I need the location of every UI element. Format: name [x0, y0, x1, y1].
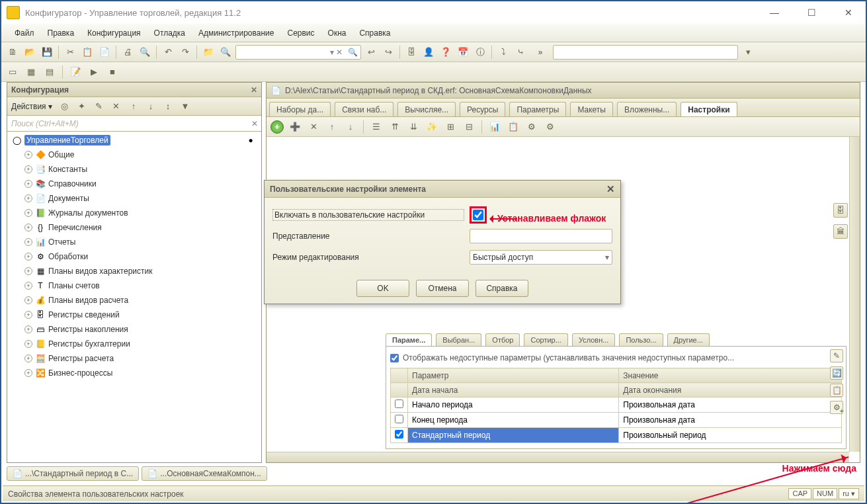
doc-tab[interactable]: Вложенны...	[617, 102, 677, 116]
doc-tab[interactable]: Параметры	[509, 102, 566, 116]
expand-icon[interactable]: +	[24, 180, 32, 188]
menu-edit[interactable]: Правка	[42, 27, 80, 39]
stop-icon[interactable]: ■	[105, 65, 120, 79]
remove-icon[interactable]: ✕	[306, 120, 321, 134]
tree-node[interactable]: +📚Справочники	[7, 177, 261, 191]
tree-node[interactable]: +📒Регистры бухгалтерии	[7, 337, 261, 351]
delete-icon[interactable]: ✕	[109, 99, 124, 114]
doc-tab[interactable]: Настройки	[681, 102, 737, 116]
tree-node[interactable]: +🗄Регистры сведений	[7, 308, 261, 322]
doc-tab[interactable]: Макеты	[570, 102, 613, 116]
add-button[interactable]: +	[270, 120, 284, 134]
nav-back-icon[interactable]: ↩	[364, 45, 378, 60]
down-icon[interactable]: ↓	[144, 99, 158, 114]
tree-up-icon[interactable]: ⇈	[388, 120, 402, 134]
info-icon[interactable]: ⓘ	[473, 45, 487, 60]
user-settings-icon[interactable]: ⚙+	[830, 401, 843, 414]
ok-button[interactable]: OK	[356, 280, 409, 297]
actions-dropdown[interactable]: Действия ▾	[11, 102, 52, 111]
inner-tab[interactable]: Выбран...	[436, 333, 481, 346]
nav-fwd-icon[interactable]: ↪	[381, 45, 395, 60]
window-tab-1[interactable]: 📄...\Стандартный период в С...	[7, 466, 139, 481]
show-unavailable-checkbox[interactable]	[390, 354, 399, 362]
edit-mode-select[interactable]: Быстрый доступ▾	[470, 250, 612, 265]
move-up-icon[interactable]: ↑	[325, 120, 339, 134]
save-icon[interactable]: 💾	[40, 45, 54, 60]
collapse-icon[interactable]: ⊟	[462, 120, 476, 134]
toolbar-search[interactable]: ▾ ✕🔍	[235, 45, 361, 60]
doc-tab[interactable]: Наборы да...	[269, 102, 331, 116]
inner-tab[interactable]: Другие...	[667, 333, 710, 346]
gear2-icon[interactable]: ⚙	[543, 120, 557, 134]
expand-icon[interactable]: +	[24, 311, 32, 319]
vertical-scrollbar[interactable]	[849, 137, 860, 452]
gear-icon[interactable]: ⚙	[524, 120, 539, 134]
menu-admin[interactable]: Администрирование	[193, 27, 279, 39]
expand-icon[interactable]: +	[24, 340, 32, 348]
close-button[interactable]: ✕	[837, 5, 860, 21]
tree-node[interactable]: +💰Планы видов расчета	[7, 293, 261, 308]
tree-node[interactable]: +📄Документы	[7, 191, 261, 206]
tree-node[interactable]: +📗Журналы документов	[7, 206, 261, 220]
row-checkbox[interactable]	[395, 415, 403, 423]
expand-icon[interactable]: +	[24, 253, 32, 261]
tree-node[interactable]: +📑Константы	[7, 162, 261, 177]
expand-icon[interactable]: +	[24, 355, 32, 362]
window-tab-2[interactable]: 📄...ОсновнаяСхемаКомпон...	[142, 466, 267, 481]
config-tree[interactable]: ◯ УправлениеТорговлей ● +🔶Общие+📑Констан…	[7, 132, 261, 462]
tree-node[interactable]: +ТПланы счетов	[7, 278, 261, 293]
undo-icon[interactable]: ↶	[161, 45, 175, 60]
help-icon[interactable]: ❓	[438, 45, 453, 60]
redo-icon[interactable]: ↷	[178, 45, 192, 60]
expand-icon[interactable]: +	[24, 224, 32, 231]
expand-icon[interactable]: +	[24, 296, 32, 304]
doc-tab[interactable]: Ресурсы	[460, 102, 505, 116]
refresh-icon[interactable]: 🔄	[830, 366, 843, 380]
tree-node[interactable]: +🔶Общие	[7, 147, 261, 162]
doc-tab[interactable]: Вычисляе...	[397, 102, 456, 116]
text-icon[interactable]: 📝	[68, 65, 83, 79]
db-side-icon[interactable]: 🗄	[833, 203, 848, 218]
lang-indicator[interactable]: ru ▾	[839, 488, 859, 499]
filter-icon[interactable]: ▼	[178, 99, 192, 114]
tree-down-icon[interactable]: ⇊	[406, 120, 421, 134]
chart-icon[interactable]: 📊	[487, 120, 502, 134]
add-item-icon[interactable]: ➕	[288, 120, 302, 134]
tree-node[interactable]: +{}Перечисления	[7, 220, 261, 235]
expand-icon[interactable]: +	[24, 209, 32, 217]
menu-service[interactable]: Сервис	[282, 27, 319, 39]
tree-node[interactable]: +⚙Обработки	[7, 249, 261, 264]
expand-icon[interactable]: +	[24, 267, 32, 275]
up-icon[interactable]: ↑	[126, 99, 141, 114]
user-icon[interactable]: 👤	[421, 45, 436, 60]
parameters-table[interactable]: Параметр Значение Дата начала Дата оконч…	[390, 368, 842, 443]
expand-icon[interactable]: ⊞	[443, 120, 458, 134]
table-row[interactable]: Начало периодаПроизвольная дата	[391, 398, 842, 413]
row-checkbox[interactable]	[395, 399, 403, 408]
menu-config[interactable]: Конфигурация	[82, 27, 146, 39]
folder-icon[interactable]: 📁	[201, 45, 216, 60]
wand-icon[interactable]: ✦	[75, 99, 89, 114]
inner-tab[interactable]: Параме...	[386, 333, 432, 346]
inner-tab[interactable]: Сортир...	[524, 333, 567, 346]
step-over-icon[interactable]: ⤵	[496, 45, 511, 60]
copy-param-icon[interactable]: 📋	[830, 384, 843, 397]
expand-icon[interactable]: +	[24, 369, 32, 377]
edit-icon[interactable]: ✎	[92, 99, 106, 114]
dropdown-icon[interactable]: ▾	[741, 45, 755, 60]
menu-file[interactable]: Файл	[9, 27, 40, 39]
preview-icon[interactable]: 🔍	[138, 45, 152, 60]
step-into-icon[interactable]: ⤷	[513, 45, 528, 60]
horizontal-scrollbar[interactable]	[267, 452, 849, 462]
more-icon[interactable]: »	[530, 48, 550, 57]
inner-tab[interactable]: Пользо...	[619, 333, 663, 346]
inner-tab[interactable]: Условн...	[572, 333, 616, 346]
dialog-close-icon[interactable]: ✕	[606, 183, 615, 195]
row-checkbox[interactable]	[395, 430, 403, 439]
cut-icon[interactable]: ✂	[63, 45, 77, 60]
tree-node[interactable]: +🧮Регистры расчета	[7, 351, 261, 366]
print-icon[interactable]: 🖨	[120, 45, 135, 60]
tree-root[interactable]: ◯ УправлениеТорговлей ●	[7, 133, 261, 147]
move-down-icon[interactable]: ↓	[343, 120, 358, 134]
menu-debug[interactable]: Отладка	[149, 27, 190, 39]
